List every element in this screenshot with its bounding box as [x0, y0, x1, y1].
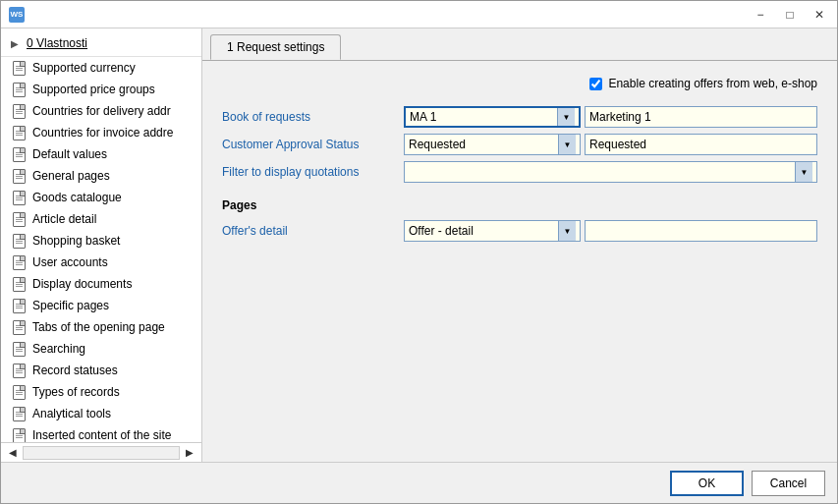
scroll-right-button[interactable]: ▶ — [182, 445, 197, 460]
enable-checkbox[interactable] — [589, 78, 602, 90]
doc-icon-11 — [13, 299, 26, 313]
book-of-requests-dropdown-arrow[interactable]: ▼ — [557, 108, 575, 126]
sidebar-item-icon-12 — [11, 319, 27, 335]
filter-quotations-dropdown-arrow[interactable]: ▼ — [795, 162, 812, 182]
tab-bar: 1 Request settings — [202, 28, 837, 60]
sidebar-item-label-9: User accounts — [32, 255, 108, 269]
sidebar-item-icon-8 — [11, 233, 27, 249]
sidebar-item-label-17: Inserted content of the site — [32, 428, 171, 442]
cancel-button[interactable]: Cancel — [752, 471, 825, 496]
customer-approval-text[interactable]: Requested — [585, 134, 817, 155]
pages-section-title: Pages — [222, 198, 817, 212]
dropdown-arrow-icon3: ▼ — [801, 168, 809, 177]
form-section: Book of requests MA 1 ▼ Marketing 1 — [222, 106, 817, 183]
sidebar-header[interactable]: ▶ 0 Vlastnosti — [1, 28, 201, 57]
offers-detail-controls: Offer - detail ▼ — [404, 220, 817, 242]
enable-row: Enable creating offers from web, e-shop — [222, 77, 817, 90]
sidebar-item-15[interactable]: Types of records — [1, 381, 201, 403]
customer-approval-dropdown[interactable]: Requested ▼ — [404, 134, 581, 155]
sidebar-item-label-10: Display documents — [32, 277, 132, 291]
book-of-requests-value: MA 1 — [410, 110, 557, 124]
sidebar-item-8[interactable]: Shopping basket — [1, 230, 201, 252]
book-of-requests-text[interactable]: Marketing 1 — [585, 106, 817, 128]
sidebar-item-4[interactable]: Default values — [1, 143, 201, 165]
sidebar-item-16[interactable]: Analytical tools — [1, 403, 201, 424]
app-icon: WS — [9, 7, 25, 23]
sidebar-item-label-12: Tabs of the opening page — [32, 320, 165, 334]
dropdown-arrow-icon2: ▼ — [564, 140, 572, 149]
maximize-button[interactable]: □ — [776, 4, 804, 26]
dropdown-arrow-icon4: ▼ — [564, 227, 572, 236]
sidebar-item-12[interactable]: Tabs of the opening page — [1, 316, 201, 338]
doc-icon-7 — [13, 212, 26, 227]
sidebar-item-icon-15 — [11, 384, 27, 400]
main-window: WS − □ ✕ ▶ 0 Vlastnosti Supported curren… — [0, 0, 838, 504]
offers-detail-dropdown-arrow[interactable]: ▼ — [558, 221, 576, 241]
doc-icon-0 — [13, 61, 26, 76]
customer-approval-value: Requested — [409, 138, 558, 151]
doc-icon-17 — [13, 428, 26, 443]
close-button[interactable]: ✕ — [806, 4, 833, 26]
sidebar-item-icon-11 — [11, 298, 27, 313]
sidebar-item-11[interactable]: Specific pages — [1, 295, 201, 316]
book-of-requests-dropdown[interactable]: MA 1 ▼ — [404, 106, 581, 128]
sidebar-item-3[interactable]: Countries for invoice addre — [1, 122, 201, 143]
sidebar-item-9[interactable]: User accounts — [1, 252, 201, 273]
sidebar-item-label-2: Countries for delivery addr — [32, 104, 171, 118]
offers-detail-row: Offer's detail Offer - detail ▼ — [222, 220, 817, 242]
sidebar-item-label-16: Analytical tools — [32, 407, 111, 420]
sidebar-item-5[interactable]: General pages — [1, 165, 201, 187]
sidebar-item-7[interactable]: Article detail — [1, 208, 201, 230]
sidebar-item-icon-4 — [11, 146, 27, 162]
doc-icon-1 — [13, 83, 26, 97]
sidebar-item-icon-9 — [11, 254, 27, 270]
offers-detail-dropdown[interactable]: Offer - detail ▼ — [404, 220, 581, 242]
tab-request-settings[interactable]: 1 Request settings — [210, 34, 341, 60]
ok-button[interactable]: OK — [670, 471, 744, 496]
title-bar-controls: − □ ✕ — [747, 4, 833, 26]
filter-quotations-dropdown[interactable]: ▼ — [404, 161, 817, 183]
doc-icon-4 — [13, 147, 26, 162]
sidebar-item-icon-6 — [11, 190, 27, 205]
sidebar-item-14[interactable]: Record statuses — [1, 360, 201, 381]
doc-icon-5 — [13, 169, 26, 184]
doc-icon-8 — [13, 234, 26, 249]
enable-checkbox-label[interactable]: Enable creating offers from web, e-shop — [589, 77, 817, 90]
sidebar: ▶ 0 Vlastnosti Supported currencySupport… — [1, 28, 202, 462]
sidebar-item-icon-7 — [11, 211, 27, 227]
sidebar-item-label-3: Countries for invoice addre — [32, 126, 173, 140]
scroll-left-button[interactable]: ◀ — [5, 445, 21, 460]
offers-detail-text[interactable] — [585, 220, 817, 242]
main-panel: 1 Request settings Enable creating offer… — [202, 28, 837, 462]
sidebar-item-13[interactable]: Searching — [1, 338, 201, 360]
sidebar-item-icon-5 — [11, 168, 27, 184]
book-of-requests-label: Book of requests — [222, 110, 404, 124]
sidebar-item-1[interactable]: Supported price groups — [1, 79, 201, 100]
content-area: ▶ 0 Vlastnosti Supported currencySupport… — [1, 28, 837, 462]
sidebar-item-10[interactable]: Display documents — [1, 273, 201, 295]
customer-approval-row: Customer Approval Status Requested ▼ Req… — [222, 134, 817, 155]
sidebar-item-17[interactable]: Inserted content of the site — [1, 424, 201, 442]
dropdown-arrow-icon: ▼ — [563, 113, 571, 122]
sidebar-item-label-15: Types of records — [32, 385, 120, 399]
offers-detail-value: Offer - detail — [409, 224, 558, 238]
sidebar-item-icon-0 — [11, 60, 27, 76]
customer-approval-dropdown-arrow[interactable]: ▼ — [558, 135, 576, 154]
doc-icon-9 — [13, 255, 26, 270]
enable-checkbox-text: Enable creating offers from web, e-shop — [608, 77, 817, 90]
customer-approval-label: Customer Approval Status — [222, 138, 404, 151]
sidebar-item-icon-3 — [11, 125, 27, 140]
sidebar-item-icon-2 — [11, 103, 27, 119]
doc-icon-16 — [13, 407, 26, 421]
filter-quotations-row: Filter to display quotations ▼ — [222, 161, 817, 183]
sidebar-item-2[interactable]: Countries for delivery addr — [1, 100, 201, 122]
sidebar-item-icon-17 — [11, 427, 27, 442]
customer-approval-controls: Requested ▼ Requested — [404, 134, 817, 155]
sidebar-item-6[interactable]: Goods catalogue — [1, 187, 201, 208]
sidebar-expand-icon: ▶ — [11, 38, 19, 49]
horizontal-scrollbar[interactable] — [23, 446, 180, 460]
sidebar-item-label-6: Goods catalogue — [32, 191, 122, 204]
minimize-button[interactable]: − — [747, 4, 774, 26]
sidebar-item-label-1: Supported price groups — [32, 83, 155, 96]
sidebar-item-0[interactable]: Supported currency — [1, 57, 201, 79]
